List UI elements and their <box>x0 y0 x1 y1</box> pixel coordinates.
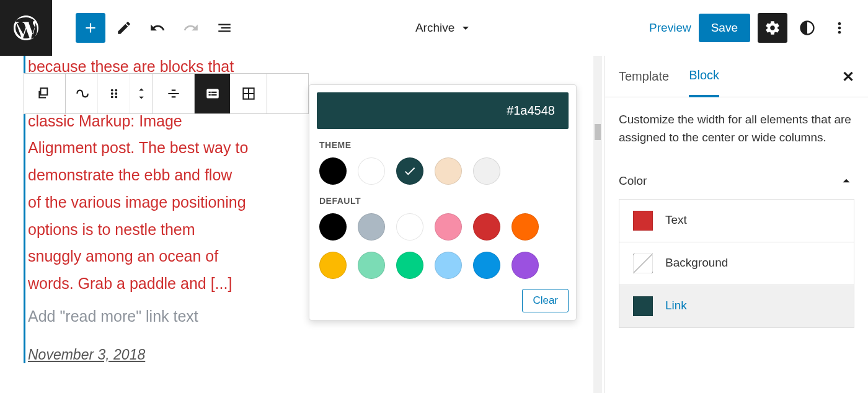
color-swatch-gray[interactable] <box>358 213 385 241</box>
color-swatch-orange[interactable] <box>512 213 539 241</box>
svg-point-4 <box>110 95 113 98</box>
color-row-label: Link <box>665 297 687 315</box>
color-swatch-indicator <box>633 211 653 231</box>
add-block-button[interactable] <box>76 13 105 43</box>
color-row-label: Background <box>665 254 728 272</box>
chevron-down-icon <box>458 20 473 35</box>
theme-colors-label: THEME <box>319 140 569 150</box>
align-button[interactable] <box>153 74 194 113</box>
plus-icon <box>82 20 99 36</box>
document-title-area[interactable]: Archive <box>239 20 649 35</box>
tab-template[interactable]: Template <box>619 57 669 96</box>
color-swatch-sky[interactable] <box>435 252 462 279</box>
preview-button[interactable]: Preview <box>649 21 691 35</box>
excerpt-button[interactable] <box>195 74 231 113</box>
color-row-background[interactable]: Background <box>619 242 854 285</box>
pencil-icon <box>116 20 132 36</box>
color-panel-label: Color <box>619 172 647 190</box>
chevron-up-icon <box>838 173 854 189</box>
color-row-link[interactable]: Link <box>619 285 854 327</box>
block-description: Customize the width for all elements tha… <box>619 111 854 146</box>
theme-swatch-row <box>319 157 569 185</box>
editor-scrollbar[interactable] <box>593 56 602 393</box>
list-view-button[interactable] <box>210 13 239 43</box>
svg-point-3 <box>115 92 117 95</box>
link-icon <box>74 86 90 102</box>
grid-icon <box>241 86 257 102</box>
default-swatch-row <box>319 213 569 279</box>
edit-mode-button[interactable] <box>109 13 139 43</box>
svg-point-2 <box>110 92 113 95</box>
svg-point-5 <box>115 95 117 98</box>
color-swatch-light-gray[interactable] <box>473 157 500 185</box>
wordpress-icon <box>11 13 41 43</box>
gear-icon <box>764 20 781 36</box>
color-picker-popover: #1a4548 THEME DEFAULT Clear <box>309 84 577 320</box>
color-swatch-blue[interactable] <box>473 252 500 279</box>
settings-sidebar: Template Block ✕ Customize the width for… <box>604 56 868 393</box>
post-date[interactable]: November 3, 2018 <box>28 347 604 363</box>
default-colors-label: DEFAULT <box>319 196 569 206</box>
color-swatch-white[interactable] <box>358 157 385 185</box>
document-title: Archive <box>415 21 454 35</box>
excerpt-icon <box>205 86 221 102</box>
svg-point-0 <box>110 89 113 92</box>
move-up-down[interactable] <box>130 74 153 113</box>
redo-button[interactable] <box>176 13 206 43</box>
undo-icon <box>149 20 166 36</box>
undo-button[interactable] <box>143 13 172 43</box>
check-icon <box>403 164 417 178</box>
color-swatch-green[interactable] <box>396 252 423 279</box>
svg-rect-9 <box>208 94 210 95</box>
block-type-button[interactable] <box>24 74 65 113</box>
tab-block[interactable]: Block <box>689 56 719 97</box>
copy-icon <box>37 86 53 102</box>
redo-icon <box>183 20 199 36</box>
color-swatch-teal[interactable] <box>396 157 423 185</box>
move-handle[interactable] <box>98 74 130 113</box>
color-swatch-black[interactable] <box>319 213 347 241</box>
svg-point-1 <box>115 89 117 92</box>
svg-rect-7 <box>208 92 210 93</box>
clear-color-button[interactable]: Clear <box>522 289 569 312</box>
chevron-up-icon <box>136 85 147 94</box>
drag-dots-icon <box>106 86 122 102</box>
close-sidebar-button[interactable]: ✕ <box>842 68 854 86</box>
color-settings-list: TextBackgroundLink <box>619 199 854 328</box>
svg-rect-6 <box>206 89 219 98</box>
color-swatch-red[interactable] <box>473 213 500 241</box>
color-swatch-peach[interactable] <box>435 157 462 185</box>
color-panel-toggle[interactable]: Color <box>619 164 854 199</box>
contrast-icon <box>799 19 816 37</box>
color-row-text[interactable]: Text <box>619 200 854 242</box>
save-button[interactable]: Save <box>699 14 750 42</box>
block-toolbar <box>24 73 309 114</box>
color-swatch-white[interactable] <box>396 213 423 241</box>
settings-button[interactable] <box>758 13 787 43</box>
sidebar-tabs: Template Block ✕ <box>605 56 868 97</box>
color-swatch-black[interactable] <box>319 157 347 185</box>
color-swatch-indicator <box>633 254 653 273</box>
grid-button[interactable] <box>231 74 267 113</box>
color-swatch-light-green[interactable] <box>358 252 385 279</box>
block-more-button[interactable] <box>267 74 308 113</box>
color-swatch-purple[interactable] <box>512 252 539 279</box>
top-toolbar: Archive Preview Save <box>0 0 868 56</box>
color-swatch-indicator <box>633 296 653 316</box>
drag-handle[interactable] <box>66 74 98 113</box>
hex-value-display[interactable]: #1a4548 <box>317 92 569 129</box>
toolbar-left-group <box>76 13 239 43</box>
svg-rect-10 <box>211 94 216 95</box>
wordpress-logo-button[interactable] <box>0 0 52 56</box>
more-vertical-icon <box>831 19 848 37</box>
outline-icon <box>216 20 232 36</box>
color-swatch-amber[interactable] <box>319 252 347 279</box>
svg-rect-8 <box>211 92 216 93</box>
color-swatch-pink[interactable] <box>435 213 462 241</box>
chevron-down-icon <box>136 94 147 102</box>
toolbar-right-group: Preview Save <box>649 13 852 43</box>
styles-button[interactable] <box>795 15 820 40</box>
sidebar-body: Customize the width for all elements tha… <box>605 97 868 342</box>
align-center-icon <box>166 86 182 102</box>
more-options-button[interactable] <box>827 15 852 40</box>
